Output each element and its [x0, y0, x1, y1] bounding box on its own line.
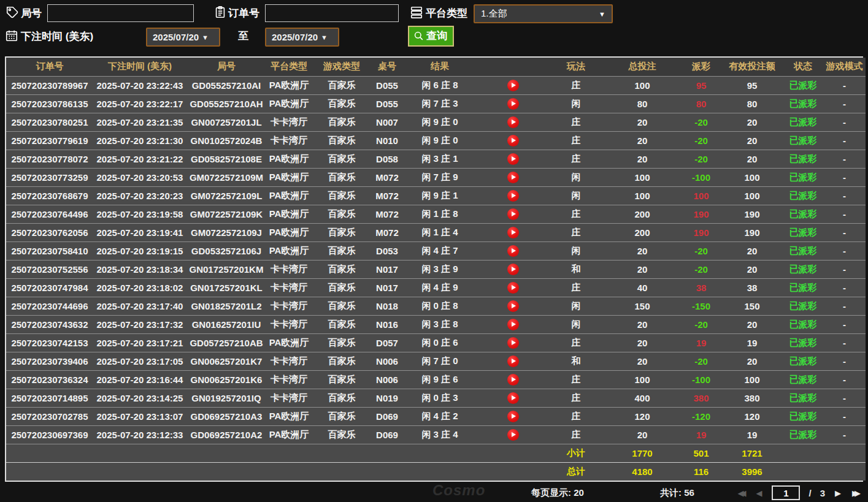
date-from-picker[interactable]: 2025/07/20 ▼ [146, 28, 220, 47]
replay-button[interactable] [507, 392, 519, 404]
cell-total-bet: 20 [604, 260, 681, 278]
cell-result: 闲 3 庄 1 [402, 150, 477, 168]
prev-page-button[interactable]: ◀ [755, 488, 763, 498]
replay-button[interactable] [507, 337, 519, 349]
cell-bet-type: 庄 [548, 333, 604, 352]
table-row: 250720230778072 2025-07-20 23:21:22 GD05… [6, 150, 866, 168]
cell-bet-type: 闲 [548, 186, 604, 205]
cell-status: 已派彩 [783, 278, 823, 297]
play-icon [512, 322, 516, 327]
replay-button[interactable] [507, 190, 519, 202]
last-page-button[interactable]: ▶▶ [851, 488, 861, 498]
cell-game-no: GD057257210AB [186, 333, 266, 352]
cell-payout: 80 [681, 94, 721, 113]
order-no-input[interactable] [265, 4, 399, 22]
date-to-picker[interactable]: 2025/07/20 ▼ [265, 28, 339, 47]
cell-total-bet: 20 [604, 315, 681, 333]
replay-button[interactable] [507, 264, 519, 275]
game-no-input[interactable] [47, 4, 194, 22]
cell-result: 闲 4 庄 7 [402, 241, 477, 260]
cell-table-no: D057 [372, 333, 402, 352]
replay-button[interactable] [507, 208, 519, 220]
replay-button[interactable] [507, 300, 519, 312]
cell-game-mode: - [823, 186, 866, 205]
footer-bar: 每页显示: 20 共计: 56 ◀◀ ◀ / 3 ▶ ▶▶ [0, 483, 868, 502]
column-header: 派彩 [681, 58, 721, 76]
cell-platform: PA欧洲厅 [266, 76, 312, 94]
replay-button[interactable] [507, 429, 519, 441]
date-from-value: 2025/07/20 [153, 32, 199, 42]
cell-status: 已派彩 [783, 315, 823, 333]
cell-platform: 卡卡湾厅 [266, 260, 312, 278]
cell-order-no: 250720230743632 [6, 315, 93, 333]
search-button[interactable]: 查询 [408, 26, 454, 47]
subtotal-payout: 501 [681, 444, 721, 462]
play-icon [512, 120, 516, 124]
cell-bet-type: 闲 [548, 315, 604, 333]
cell-game-no: GN017257201KM [186, 260, 266, 278]
table-header-row: 订单号下注时间 (美东)局号平台类型游戏类型桌号结果玩法总投注派彩有效投注额状态… [6, 58, 866, 76]
cell-replay [477, 241, 548, 260]
cell-replay [477, 76, 548, 94]
cell-bet-type: 庄 [548, 205, 604, 223]
replay-button[interactable] [507, 227, 519, 238]
cell-payout: -20 [681, 131, 721, 150]
replay-button[interactable] [507, 116, 519, 128]
cell-replay [477, 131, 548, 150]
cell-game-no: GD0582572108E [186, 150, 266, 168]
cell-total-bet: 100 [604, 168, 681, 186]
replay-button[interactable] [507, 172, 519, 183]
cell-game-type: 百家乐 [312, 205, 372, 223]
cell-order-no: 250720230758410 [6, 241, 93, 260]
cell-total-bet: 200 [604, 205, 681, 223]
cell-platform: PA欧洲厅 [266, 223, 312, 241]
platform-type-select[interactable]: 1.全部 ▼ [474, 4, 613, 23]
cell-table-no: D069 [372, 407, 402, 425]
cell-result: 闲 1 庄 4 [402, 223, 477, 241]
cell-bet-type: 闲 [548, 168, 604, 186]
cell-status: 已派彩 [783, 352, 823, 370]
cell-valid-bet: 100 [721, 168, 783, 186]
cell-game-no: GD055257210AH [186, 94, 266, 113]
first-page-button[interactable]: ◀◀ [736, 488, 746, 498]
cell-status: 已派彩 [783, 223, 823, 241]
replay-button[interactable] [507, 282, 519, 294]
cell-total-bet: 100 [604, 76, 681, 94]
cell-game-no: GN0102572024B [186, 131, 266, 150]
replay-button[interactable] [507, 98, 519, 110]
cell-valid-bet: 20 [721, 131, 783, 150]
table-row: 250720230762056 2025-07-20 23:19:41 GM07… [6, 223, 866, 241]
column-header: 订单号 [6, 58, 93, 76]
cell-payout: -20 [681, 113, 721, 131]
cell-bet-time: 2025-07-20 23:17:05 [93, 352, 186, 370]
cell-result: 闲 7 庄 0 [402, 352, 477, 370]
replay-button[interactable] [507, 356, 519, 367]
cell-total-bet: 20 [604, 150, 681, 168]
platform-type-value: 1.全部 [481, 8, 507, 20]
replay-button[interactable] [507, 319, 519, 330]
cell-platform: PA欧洲厅 [266, 186, 312, 205]
cell-payout: -20 [681, 241, 721, 260]
cell-bet-time: 2025-07-20 23:17:40 [93, 297, 186, 315]
cell-game-mode: - [823, 94, 866, 113]
cell-total-bet: 20 [604, 352, 681, 370]
cell-platform: PA欧洲厅 [266, 168, 312, 186]
replay-button[interactable] [507, 80, 519, 91]
play-icon [512, 359, 516, 363]
cell-replay [477, 333, 548, 352]
cell-game-type: 百家乐 [312, 370, 372, 389]
next-page-button[interactable]: ▶ [834, 488, 842, 498]
replay-button[interactable] [507, 374, 519, 386]
cell-game-type: 百家乐 [312, 389, 372, 407]
replay-button[interactable] [507, 135, 519, 146]
replay-button[interactable] [507, 245, 519, 257]
page-number-input[interactable] [772, 485, 800, 500]
replay-button[interactable] [507, 153, 519, 165]
replay-button[interactable] [507, 411, 519, 422]
cell-order-no: 250720230714895 [6, 389, 93, 407]
cell-table-no: D055 [372, 76, 402, 94]
grand-total-label: 总计 [548, 462, 604, 481]
cell-table-no: M072 [372, 223, 402, 241]
table-row: 250720230702785 2025-07-20 23:13:07 GD06… [6, 407, 866, 425]
cell-replay [477, 150, 548, 168]
